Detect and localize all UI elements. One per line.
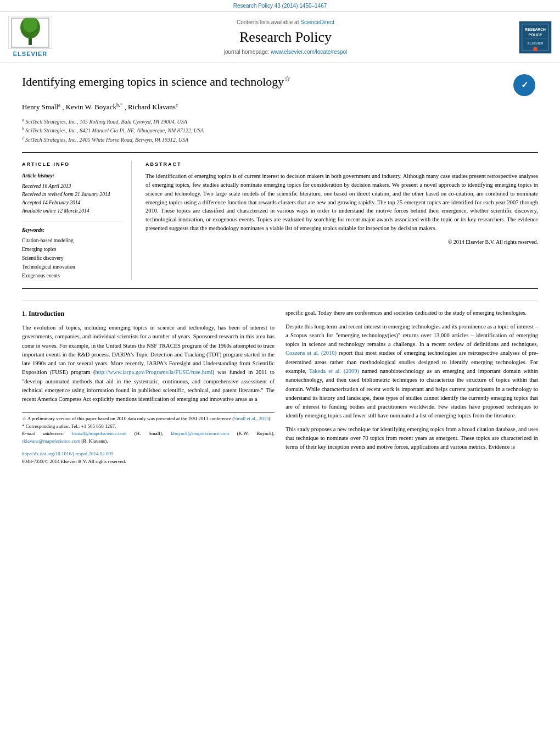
right-para3: This study proposes a new technique for …: [285, 425, 538, 452]
elsevier-brand-text: ELSEVIER: [13, 50, 47, 58]
section-divider: [22, 300, 538, 300]
abstract-heading: ABSTRACT: [145, 161, 538, 168]
keyword-2: Emerging topics: [22, 245, 123, 254]
svg-text:ELSEVIER: ELSEVIER: [528, 41, 544, 44]
banner-text: Research Policy 43 (2014) 1450–1467: [233, 3, 327, 9]
keyword-4: Technological innovation: [22, 263, 123, 271]
intro-para1: The evolution of topics, including emerg…: [22, 323, 275, 404]
email-hsmall[interactable]: hsmall@mapofscience.com: [72, 431, 127, 436]
svg-text:POLICY: POLICY: [528, 33, 542, 37]
footnote-corresponding: * Corresponding author. Tel.: +1 505 856…: [22, 423, 275, 431]
iarpa-link[interactable]: http://www.iarpa.gov/Programs/ia/FUSE/fu…: [95, 369, 212, 375]
keywords-section: Keywords: Citation-based modeling Emergi…: [22, 227, 123, 280]
keyword-1: Citation-based modeling: [22, 236, 123, 245]
doi-link: http://dx.doi.org/10.1016/j.respol.2014.…: [22, 450, 275, 458]
journal-homepage-link[interactable]: www.elsevier.com/locate/respol: [271, 49, 347, 55]
article-info-box: ARTICLE INFO Article history: Received 1…: [22, 161, 132, 281]
journal-logo-right: RESEARCH POLICY ELSEVIER: [516, 21, 555, 54]
doi-area: http://dx.doi.org/10.1016/j.respol.2014.…: [22, 450, 275, 466]
article-info-abstract: ARTICLE INFO Article history: Received 1…: [22, 152, 538, 289]
contents-available: Contents lists available at ScienceDirec…: [60, 19, 511, 26]
body-right-column: specific goal. Today there are conferenc…: [285, 309, 538, 466]
article-title-section: Identifying emerging topics in science a…: [22, 74, 538, 96]
authors-line: Henry Smalla , Kevin W. Boyackb,* , Rich…: [22, 102, 538, 113]
research-policy-logo: RESEARCH POLICY ELSEVIER: [519, 21, 552, 54]
abstract-section: ABSTRACT The identification of emerging …: [143, 161, 538, 281]
takeda-link[interactable]: Takeda et al. (2009): [309, 368, 359, 374]
email-kboyack[interactable]: kboyack@mapofscience.com: [171, 431, 229, 436]
keyword-3: Scientific discovery: [22, 254, 123, 263]
right-para2: Despite this long-term and recent intere…: [285, 322, 538, 421]
article-info-heading: ARTICLE INFO: [22, 161, 123, 168]
article-content: Identifying emerging topics in science a…: [0, 63, 560, 477]
copyright-notice: © 2014 Elsevier B.V. All rights reserved…: [145, 238, 538, 246]
body-left-column: 1. Introduction The evolution of topics,…: [22, 309, 275, 466]
affiliation-c: c SciTech Strategies, Inc., 2405 White H…: [22, 135, 538, 144]
email-rklavans[interactable]: rklavans@mapofscience.com: [22, 438, 80, 444]
sciencedirect-link[interactable]: ScienceDirect: [300, 19, 334, 25]
journal-title: Research Policy: [60, 27, 511, 47]
intro-heading: 1. Introduction: [22, 309, 275, 319]
affiliations: a SciTech Strategies, Inc., 105 Rolling …: [22, 117, 538, 144]
journal-header: ELSEVIER Contents lists available at Sci…: [0, 11, 560, 63]
footnote-area: ☆ A preliminary version of this paper ba…: [22, 412, 275, 445]
crossmark[interactable]: ✓: [511, 74, 538, 96]
svg-text:RESEARCH: RESEARCH: [525, 27, 546, 31]
svg-point-12: [533, 47, 537, 51]
footnote-emails: E-mail addresses: hsmall@mapofscience.co…: [22, 430, 275, 445]
journal-citation: Research Policy 43 (2014) 1450–1467: [0, 0, 560, 11]
small-2013-link[interactable]: Small et al., 2013: [234, 416, 268, 421]
journal-homepage: journal homepage: www.elsevier.com/locat…: [60, 48, 511, 56]
elsevier-tree-image: [8, 16, 52, 49]
journal-center: Contents lists available at ScienceDirec…: [60, 19, 511, 56]
article-history: Article history: Received 16 April 2013 …: [22, 172, 123, 221]
svg-text:✓: ✓: [521, 80, 528, 90]
crossmark-icon[interactable]: ✓: [513, 74, 535, 96]
elsevier-logo: ELSEVIER: [5, 16, 55, 58]
article-title: Identifying emerging topics in science a…: [22, 74, 505, 90]
keyword-5: Exogenous events: [22, 271, 123, 280]
footnote-star: ☆ A preliminary version of this paper ba…: [22, 415, 275, 423]
affiliation-b: b SciTech Strategies, Inc., 8421 Manuel …: [22, 126, 538, 135]
right-para1: specific goal. Today there are conferenc…: [285, 309, 538, 317]
body-columns: 1. Introduction The evolution of topics,…: [22, 309, 538, 466]
abstract-text: The identification of emerging topics is…: [145, 172, 538, 232]
affiliation-a: a SciTech Strategies, Inc., 105 Rolling …: [22, 117, 538, 126]
issn-notice: 0048-7333/© 2014 Elsevier B.V. All right…: [22, 458, 275, 466]
cozzens-link[interactable]: Cozzens et al. (2010): [285, 350, 337, 356]
